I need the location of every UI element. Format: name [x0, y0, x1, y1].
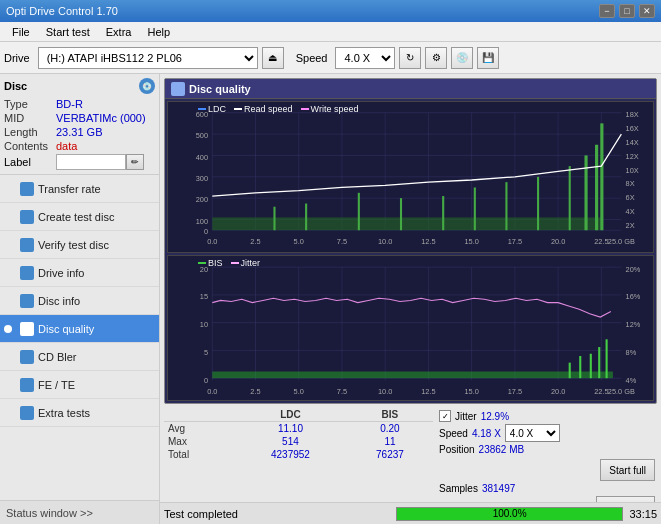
- ldc-legend: LDC Read speed Write speed: [198, 104, 358, 114]
- verify-test-disc-label: Verify test disc: [38, 239, 109, 251]
- quality-panel: Disc quality LDC Read speed: [164, 78, 657, 404]
- sidebar-item-disc-quality[interactable]: Disc quality: [0, 315, 159, 343]
- svg-text:12%: 12%: [626, 320, 641, 329]
- speed-stat-select[interactable]: 4.0 X: [505, 424, 560, 442]
- jitter-checkbox[interactable]: ✓: [439, 410, 451, 422]
- avg-ldc: 11.10: [234, 422, 347, 436]
- menu-extra[interactable]: Extra: [98, 24, 140, 40]
- extra-tests-label: Extra tests: [38, 407, 90, 419]
- minimize-button[interactable]: −: [599, 4, 615, 18]
- svg-text:2.5: 2.5: [250, 237, 260, 246]
- legend-ldc: LDC: [198, 104, 226, 114]
- legend-jitter: Jitter: [231, 258, 261, 268]
- disc-label-row: Label ✏: [4, 154, 155, 170]
- sidebar-item-verify-test-disc[interactable]: Verify test disc: [0, 231, 159, 259]
- disc-info-icon: [20, 294, 34, 308]
- svg-text:20.0: 20.0: [551, 237, 565, 246]
- svg-text:25.0 GB: 25.0 GB: [608, 386, 635, 395]
- disc-length-label: Length: [4, 126, 56, 138]
- svg-text:22.5: 22.5: [594, 386, 608, 395]
- disc-panel: Disc 💿 Type BD-R MID VERBATIMc (000) Len…: [0, 74, 159, 175]
- progress-bar: 100.0%: [396, 507, 624, 521]
- start-full-button[interactable]: Start full: [600, 459, 655, 481]
- refresh-button[interactable]: ↻: [399, 47, 421, 69]
- legend-write-speed: Write speed: [301, 104, 359, 114]
- svg-text:2X: 2X: [626, 221, 635, 230]
- svg-text:12.5: 12.5: [421, 237, 435, 246]
- jitter-row: ✓ Jitter 12.9%: [439, 410, 655, 422]
- bis-chart-svg: 20 15 10 5 0 20% 16% 12% 8% 4% 0.0 2.5: [168, 256, 653, 400]
- read-speed-label: Read speed: [244, 104, 293, 114]
- titlebar: Opti Drive Control 1.70 − □ ✕: [0, 0, 661, 22]
- stats-table: LDC BIS Avg 11.10 0.20 Max 514: [164, 408, 433, 498]
- ldc-label: LDC: [208, 104, 226, 114]
- disc-contents-label: Contents: [4, 140, 56, 152]
- bis-dot: [198, 262, 206, 264]
- sidebar-item-transfer-rate[interactable]: Transfer rate: [0, 175, 159, 203]
- sidebar-item-create-test-disc[interactable]: Create test disc: [0, 203, 159, 231]
- svg-rect-95: [212, 371, 613, 378]
- disc-contents-row: Contents data: [4, 140, 155, 152]
- sidebar-item-drive-info[interactable]: Drive info: [0, 259, 159, 287]
- svg-rect-50: [442, 196, 444, 230]
- disc-button[interactable]: 💿: [451, 47, 473, 69]
- bis-legend: BIS Jitter: [198, 258, 260, 268]
- col-ldc: LDC: [234, 408, 347, 422]
- sidebar-item-cd-bler[interactable]: CD Bler: [0, 343, 159, 371]
- cd-bler-icon: [20, 350, 34, 364]
- svg-text:10.0: 10.0: [378, 237, 392, 246]
- svg-text:0: 0: [204, 227, 208, 236]
- menu-help[interactable]: Help: [139, 24, 178, 40]
- speed-stat-label: Speed: [439, 428, 468, 439]
- disc-mid-label: MID: [4, 112, 56, 124]
- svg-rect-52: [505, 182, 507, 230]
- svg-rect-58: [168, 256, 653, 400]
- close-button[interactable]: ✕: [639, 4, 655, 18]
- svg-text:400: 400: [196, 153, 208, 162]
- svg-text:20.0: 20.0: [551, 386, 565, 395]
- svg-text:0.0: 0.0: [207, 237, 217, 246]
- maximize-button[interactable]: □: [619, 4, 635, 18]
- disc-length-value: 23.31 GB: [56, 126, 102, 138]
- samples-row: Samples 381497: [439, 483, 655, 494]
- transfer-rate-label: Transfer rate: [38, 183, 101, 195]
- menu-file[interactable]: File: [4, 24, 38, 40]
- sidebar-item-fe-te[interactable]: FE / TE: [0, 371, 159, 399]
- bis-chart: BIS Jitter: [167, 255, 654, 401]
- save-button[interactable]: 💾: [477, 47, 499, 69]
- sidebar-nav: Transfer rate Create test disc Verify te…: [0, 175, 159, 500]
- max-ldc: 514: [234, 435, 347, 448]
- samples-label: Samples: [439, 483, 478, 494]
- bottom-bar: Test completed 100.0% 33:15: [160, 502, 661, 524]
- menubar: File Start test Extra Help: [0, 22, 661, 42]
- disc-label-input[interactable]: [56, 154, 126, 170]
- ldc-chart: LDC Read speed Write speed: [167, 101, 654, 253]
- eject-button[interactable]: ⏏: [262, 47, 284, 69]
- svg-text:20%: 20%: [626, 264, 641, 273]
- svg-text:8X: 8X: [626, 179, 635, 188]
- disc-label-btn[interactable]: ✏: [126, 154, 144, 170]
- speed-select[interactable]: 4.0 X: [335, 47, 395, 69]
- svg-rect-46: [273, 207, 275, 231]
- svg-text:12.5: 12.5: [421, 386, 435, 395]
- disc-header: Disc 💿: [4, 78, 155, 94]
- sidebar-item-disc-info[interactable]: Disc info: [0, 287, 159, 315]
- svg-text:8%: 8%: [626, 347, 637, 356]
- svg-text:4X: 4X: [626, 207, 635, 216]
- menu-start-test[interactable]: Start test: [38, 24, 98, 40]
- svg-rect-51: [474, 187, 476, 230]
- drive-select[interactable]: (H:) ATAPI iHBS112 2 PL06: [38, 47, 258, 69]
- disc-mid-value: VERBATIMc (000): [56, 112, 146, 124]
- svg-rect-53: [537, 177, 539, 230]
- status-window-button[interactable]: Status window >>: [0, 500, 159, 524]
- stats-right: ✓ Jitter 12.9% Speed 4.18 X 4.0 X Positi…: [437, 408, 657, 498]
- sidebar-item-extra-tests[interactable]: Extra tests: [0, 399, 159, 427]
- ldc-dot: [198, 108, 206, 110]
- position-row: Position 23862 MB: [439, 444, 655, 455]
- settings-button[interactable]: ⚙: [425, 47, 447, 69]
- disc-quality-icon: [20, 322, 34, 336]
- svg-text:7.5: 7.5: [337, 237, 347, 246]
- disc-mid-row: MID VERBATIMc (000): [4, 112, 155, 124]
- svg-rect-49: [400, 198, 402, 230]
- stats-area: LDC BIS Avg 11.10 0.20 Max 514: [164, 408, 657, 498]
